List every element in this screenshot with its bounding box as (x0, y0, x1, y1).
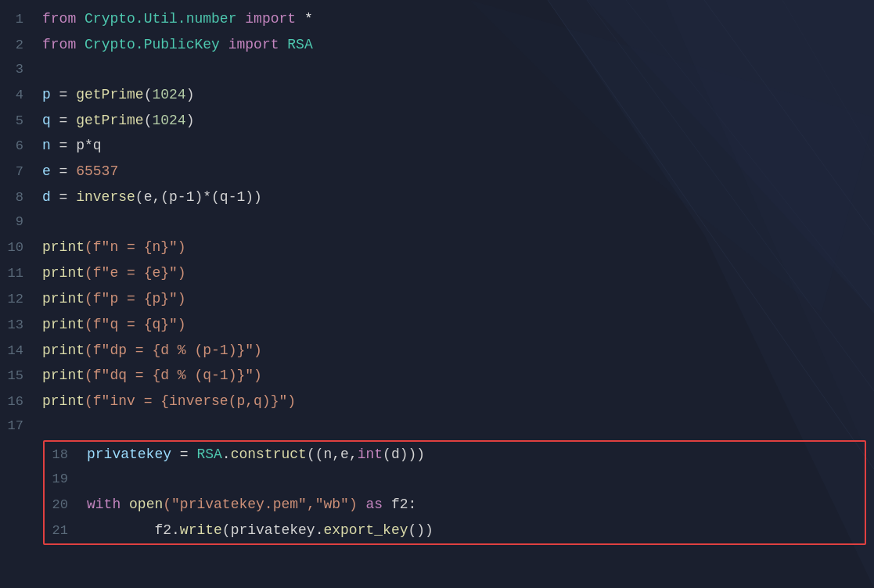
code-line: 7 e = 65537 (0, 159, 874, 185)
code-line: 16 print(f"inv = {inverse(p,q)}") (0, 389, 874, 414)
line-content: print(f"p = {p}") (39, 287, 874, 311)
code-line: 6 n = p*q (0, 133, 874, 159)
line-content: p = getPrime(1024) (39, 83, 874, 107)
line-content: print(f"dq = {d % (q-1)}") (39, 364, 874, 388)
code-editor: 1 from Crypto.Util.number import * 2 fro… (0, 0, 874, 553)
line-number: 20 (45, 494, 84, 517)
line-number: 15 (0, 365, 39, 388)
line-content: f2.write(privatekey.export_key()) (84, 518, 865, 543)
highlighted-code-line: 20 with open("privatekey.pem","wb") as f… (45, 492, 865, 518)
line-content: e = 65537 (39, 160, 874, 184)
line-number: 10 (0, 237, 39, 260)
line-number: 7 (0, 161, 39, 184)
line-content: with open("privatekey.pem","wb") as f2: (84, 493, 865, 517)
code-line: 17 (0, 414, 874, 439)
code-line: 1 from Crypto.Util.number import * (0, 6, 874, 32)
line-number: 9 (0, 211, 39, 234)
line-content: n = p*q (39, 134, 874, 158)
line-number: 8 (0, 187, 39, 210)
line-number: 14 (0, 340, 39, 363)
line-number: 18 (45, 444, 84, 467)
code-line: 10 print(f"n = {n}") (0, 235, 874, 260)
code-line: 13 print(f"q = {q}") (0, 312, 874, 338)
code-line: 15 print(f"dq = {d % (q-1)}") (0, 363, 874, 389)
line-content: print(f"n = {n}") (39, 235, 874, 260)
line-number: 6 (0, 135, 39, 158)
line-number: 13 (0, 314, 39, 337)
normal-code-lines: 1 from Crypto.Util.number import * 2 fro… (0, 6, 874, 439)
line-number: 2 (0, 34, 39, 57)
line-number: 17 (0, 415, 39, 438)
highlighted-code-line: 18 privatekey = RSA.construct((n,e,int(d… (45, 442, 865, 468)
code-line: 14 print(f"dp = {d % (p-1)}") (0, 338, 874, 364)
line-content: q = getPrime(1024) (39, 109, 874, 133)
line-number: 21 (45, 520, 84, 543)
line-content: d = inverse(e,(p-1)*(q-1)) (39, 185, 874, 210)
line-number: 16 (0, 391, 39, 414)
line-number: 4 (0, 84, 39, 107)
line-content: from Crypto.Util.number import * (39, 7, 874, 31)
code-line: 8 d = inverse(e,(p-1)*(q-1)) (0, 185, 874, 210)
line-number: 1 (0, 9, 39, 31)
line-content: from Crypto.PublicKey import RSA (39, 33, 874, 57)
line-content: privatekey = RSA.construct((n,e,int(d))) (84, 443, 865, 467)
highlighted-code-line: 19 (45, 468, 865, 492)
line-content: print(f"dp = {d % (p-1)}") (39, 339, 874, 363)
code-line: 5 q = getPrime(1024) (0, 108, 874, 134)
code-line: 11 print(f"e = {e}") (0, 260, 874, 286)
code-line: 9 (0, 210, 874, 235)
highlighted-code-block: 18 privatekey = RSA.construct((n,e,int(d… (43, 440, 866, 545)
line-number: 19 (45, 468, 84, 491)
code-line: 2 from Crypto.PublicKey import RSA (0, 32, 874, 58)
line-content: print(f"q = {q}") (39, 313, 874, 337)
code-line: 4 p = getPrime(1024) (0, 82, 874, 108)
highlighted-code-line: 21 f2.write(privatekey.export_key()) (45, 518, 865, 543)
line-content: print(f"inv = {inverse(p,q)}") (39, 389, 874, 414)
line-number: 11 (0, 263, 39, 285)
code-line: 12 print(f"p = {p}") (0, 286, 874, 312)
line-number: 5 (0, 110, 39, 133)
code-line: 3 (0, 58, 874, 82)
line-content: print(f"e = {e}") (39, 261, 874, 285)
line-number: 3 (0, 59, 39, 81)
line-number: 12 (0, 289, 39, 311)
